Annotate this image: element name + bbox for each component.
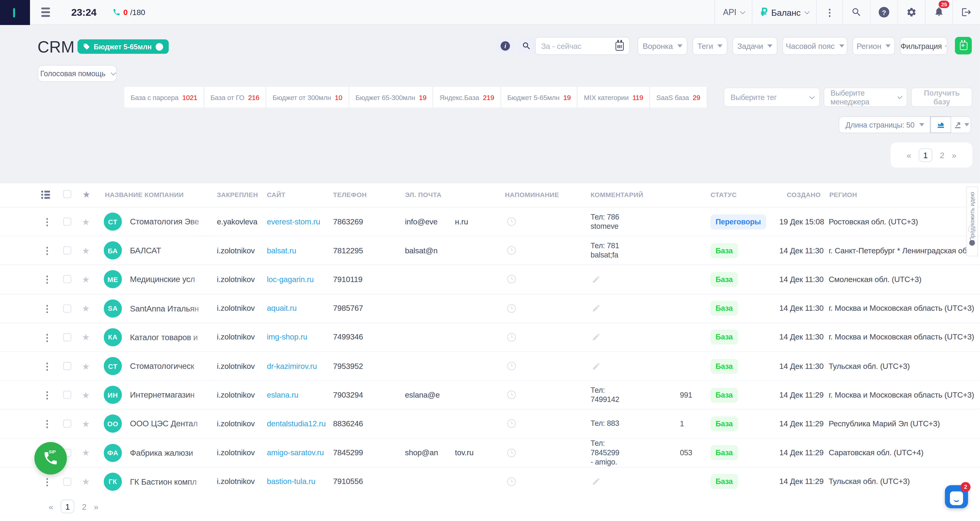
row-menu-button[interactable]: ⋮ [43, 409, 52, 438]
status-badge[interactable]: Переговоры [711, 214, 766, 229]
star-icon[interactable]: ★ [83, 190, 90, 199]
more-menu[interactable]: ⋮ [816, 0, 842, 25]
row-checkbox[interactable] [63, 236, 71, 264]
pagination-prev[interactable]: « [907, 150, 911, 160]
chat-widget-button[interactable]: 2 [945, 485, 968, 508]
page-length-select[interactable]: Длина страницы: 50 [839, 117, 931, 133]
reminder-button[interactable] [506, 207, 517, 236]
row-star[interactable]: ★ [82, 294, 90, 323]
site-link[interactable]: bastion-tula.ru [267, 467, 315, 496]
api-menu[interactable]: API [714, 0, 752, 25]
reminder-button[interactable] [506, 438, 517, 467]
row-menu-button[interactable]: ⋮ [43, 294, 52, 323]
reminder-button[interactable] [506, 409, 517, 438]
row-star[interactable]: ★ [82, 352, 90, 380]
site-link[interactable]: everest-stom.ru [267, 207, 320, 236]
row-checkbox[interactable] [63, 467, 71, 496]
edit-comment-button[interactable] [592, 323, 601, 351]
status-badge[interactable]: База [711, 358, 738, 374]
pagination-prev[interactable]: « [49, 502, 53, 511]
row-menu-button[interactable]: ⋮ [43, 352, 52, 380]
edit-comment-button[interactable] [592, 294, 601, 323]
row-checkbox[interactable] [63, 323, 71, 351]
voice-help-dropdown[interactable]: Голосовая помощь [38, 65, 117, 82]
pagination-next[interactable]: » [94, 502, 99, 511]
site-link[interactable]: eslana.ru [267, 381, 298, 409]
tags-dropdown[interactable]: Теги [692, 37, 727, 55]
pagination-page-1[interactable]: 1 [919, 148, 932, 162]
row-checkbox[interactable] [63, 381, 71, 409]
status-badge[interactable]: База [711, 272, 738, 287]
site-link[interactable]: loc-gagarin.ru [267, 265, 314, 294]
base-tab[interactable]: Бюджет 5-65млн19 [501, 87, 578, 107]
funnel-dropdown[interactable]: Воронка [638, 37, 687, 55]
balance-menu[interactable]: ₽Баланс [752, 0, 816, 25]
status-badge[interactable]: База [711, 445, 738, 460]
app-logo[interactable] [0, 0, 30, 25]
global-search-button[interactable] [843, 0, 870, 25]
row-star[interactable]: ★ [82, 381, 90, 409]
status-badge[interactable]: База [711, 387, 738, 402]
row-checkbox[interactable] [63, 207, 71, 236]
reminder-button[interactable] [506, 352, 517, 380]
timezone-dropdown[interactable]: Часовой пояс [782, 37, 847, 55]
pagination-page-2[interactable]: 2 [82, 502, 86, 511]
download-menu-button[interactable] [951, 117, 971, 133]
reminder-button[interactable] [506, 381, 517, 409]
reminder-button[interactable] [506, 323, 517, 351]
info-button[interactable]: i [497, 38, 514, 54]
edit-comment-button[interactable] [592, 467, 601, 496]
status-badge[interactable]: База [711, 416, 738, 432]
pagination-page-1[interactable]: 1 [60, 499, 74, 513]
active-filter-chip[interactable]: Бюджет 5-65млн ✕ [78, 39, 169, 54]
site-link[interactable]: aquait.ru [267, 294, 297, 323]
manager-select[interactable]: Выберите менеджера [824, 88, 908, 107]
feedback-tab[interactable]: Предложить идею [966, 186, 978, 257]
list-icon[interactable] [41, 191, 50, 199]
base-tab[interactable]: SaaS база29 [650, 87, 707, 107]
site-link[interactable]: dentalstudia12.ru [267, 409, 326, 438]
site-link[interactable]: amigo-saratov.ru [267, 438, 324, 467]
site-link[interactable]: img-shop.ru [267, 323, 307, 351]
filtration-button[interactable]: Фильтрация [900, 37, 947, 55]
menu-icon[interactable] [38, 3, 56, 22]
base-tab[interactable]: MIX категории119 [578, 87, 650, 107]
site-link[interactable]: balsat.ru [267, 236, 296, 264]
base-tab[interactable]: База с парсера1021 [124, 87, 204, 107]
row-checkbox[interactable] [63, 352, 71, 380]
settings-button[interactable] [897, 0, 925, 25]
row-star[interactable]: ★ [82, 467, 90, 496]
search-button[interactable] [518, 38, 535, 54]
reminder-button[interactable] [506, 236, 517, 264]
row-checkbox[interactable] [63, 265, 71, 294]
region-dropdown[interactable]: Регион [853, 37, 895, 55]
row-star[interactable]: ★ [82, 265, 90, 294]
pagination-page-2[interactable]: 2 [940, 150, 944, 160]
row-menu-button[interactable]: ⋮ [43, 207, 52, 236]
row-star[interactable]: ★ [82, 207, 90, 236]
site-link[interactable]: dr-kazimirov.ru [267, 352, 317, 380]
edit-comment-button[interactable] [592, 265, 601, 294]
tag-select[interactable]: Выберите тег [724, 88, 820, 107]
status-badge[interactable]: База [711, 474, 738, 489]
logout-button[interactable] [953, 0, 980, 25]
edit-comment-button[interactable] [592, 352, 601, 380]
row-star[interactable]: ★ [82, 409, 90, 438]
base-tab[interactable]: Бюджет 65-300млн19 [349, 87, 433, 107]
add-event-button[interactable] [955, 37, 972, 54]
pagination-next[interactable]: » [952, 150, 956, 160]
help-button[interactable]: ? [870, 0, 897, 25]
status-badge[interactable]: База [711, 330, 738, 345]
tasks-dropdown[interactable]: Задачи [732, 37, 777, 55]
reminder-button[interactable] [506, 467, 517, 496]
row-menu-button[interactable]: ⋮ [43, 323, 52, 351]
sip-call-button[interactable]: SIP [35, 442, 67, 475]
base-tab[interactable]: Бюджет от 300млн10 [266, 87, 349, 107]
select-all-checkbox[interactable] [63, 190, 71, 198]
base-tab[interactable]: Яндекс.База219 [433, 87, 501, 107]
close-icon[interactable]: ✕ [155, 43, 163, 50]
row-menu-button[interactable]: ⋮ [43, 381, 52, 409]
reminder-button[interactable] [506, 265, 517, 294]
row-checkbox[interactable] [63, 294, 71, 323]
row-checkbox[interactable] [63, 409, 71, 438]
